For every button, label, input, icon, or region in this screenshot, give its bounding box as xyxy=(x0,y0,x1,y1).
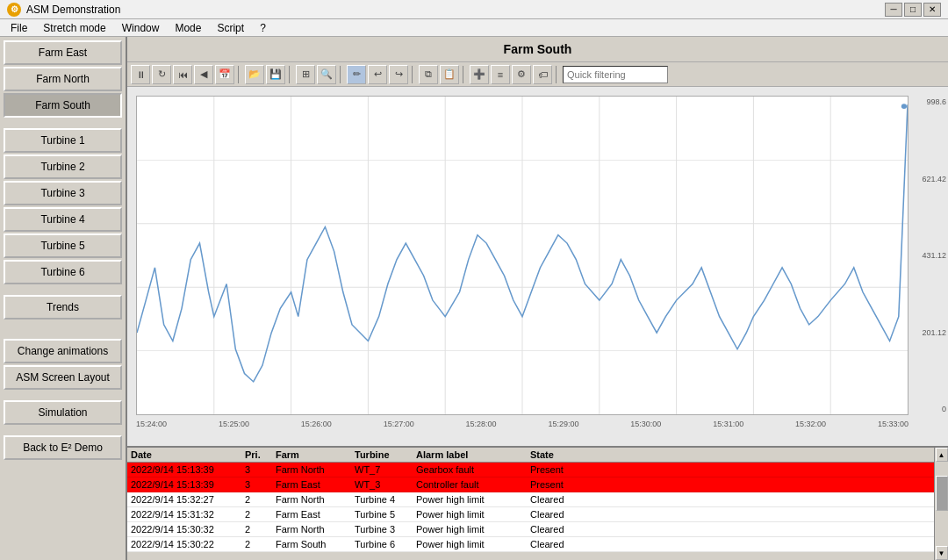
y-label-2: 201.12 xyxy=(911,328,946,337)
x-label-9: 15:33:00 xyxy=(878,420,908,428)
cell-state: Present xyxy=(530,479,618,490)
menu-script[interactable]: Script xyxy=(210,20,251,36)
cell-alarm: Power high limit xyxy=(416,494,530,505)
sidebar-change-animations[interactable]: Change animations xyxy=(4,339,122,363)
sidebar-farm-north[interactable]: Farm North xyxy=(4,67,122,91)
close-button[interactable]: ✕ xyxy=(923,3,941,17)
menu-mode[interactable]: Mode xyxy=(168,20,208,36)
x-label-1: 15:25:00 xyxy=(219,420,249,428)
y-label-5: 998.6 xyxy=(911,97,946,106)
sidebar-back-to-e2[interactable]: Back to E² Demo xyxy=(4,435,122,460)
minimize-button[interactable]: ─ xyxy=(885,3,902,17)
toolbar-open[interactable]: 📂 xyxy=(245,65,264,84)
cell-state: Cleared xyxy=(530,509,618,520)
table-row[interactable]: 2022/9/14 15:32:27 2 Farm North Turbine … xyxy=(127,492,948,507)
sidebar-turbine-2[interactable]: Turbine 2 xyxy=(4,154,122,179)
toolbar-back[interactable]: ◀ xyxy=(194,65,213,84)
toolbar-add-signal[interactable]: ➕ xyxy=(470,65,489,84)
x-label-6: 15:30:00 xyxy=(630,420,661,428)
x-label-2: 15:26:00 xyxy=(301,420,332,428)
sidebar-sep-4 xyxy=(4,330,122,337)
cell-date: 2022/9/14 15:32:27 xyxy=(131,494,245,505)
sidebar-turbine-3[interactable]: Turbine 3 xyxy=(4,181,122,205)
content-title: Farm South xyxy=(127,37,948,62)
title-bar: ⚙ ASM Demonstration ─ □ ✕ xyxy=(0,0,948,19)
menu-file[interactable]: File xyxy=(4,20,34,36)
toolbar-copy[interactable]: ⧉ xyxy=(419,65,438,84)
toolbar-calendar[interactable]: 📅 xyxy=(215,65,234,84)
toolbar-zoom[interactable]: 🔍 xyxy=(317,65,336,84)
col-alarm: Alarm label xyxy=(416,449,530,460)
cell-pri: 2 xyxy=(245,539,276,549)
cell-pri: 2 xyxy=(245,524,276,535)
toolbar-signal-config[interactable]: ⚙ xyxy=(512,65,531,84)
sidebar-asm-screen-layout[interactable]: ASM Screen Layout xyxy=(4,365,122,390)
toolbar-paste[interactable]: 📋 xyxy=(440,65,459,84)
table-row[interactable]: 2022/9/14 15:30:22 2 Farm South Turbine … xyxy=(127,537,948,552)
cell-date: 2022/9/14 15:31:32 xyxy=(131,509,245,520)
cell-alarm: Gearbox fault xyxy=(416,464,530,475)
cell-turbine: Turbine 3 xyxy=(355,524,416,535)
scrollbar[interactable]: ▲ ▼ xyxy=(934,448,948,560)
menu-help[interactable]: ? xyxy=(253,20,273,36)
cell-pri: 3 xyxy=(245,479,276,490)
toolbar-cursor[interactable]: ✏ xyxy=(347,65,366,84)
toolbar-filter-tag[interactable]: 🏷 xyxy=(533,65,552,84)
menu-window[interactable]: Window xyxy=(115,20,167,36)
cell-farm: Farm North xyxy=(276,464,355,475)
content-area: Farm South ⏸ ↻ ⏮ ◀ 📅 📂 💾 ⊞ 🔍 ✏ ↩ ↪ ⧉ 📋 ➕… xyxy=(127,37,948,560)
col-state: State xyxy=(530,449,618,460)
toolbar-refresh[interactable]: ↻ xyxy=(152,65,171,84)
sidebar-trends[interactable]: Trends xyxy=(4,295,122,319)
cell-farm: Farm North xyxy=(276,524,355,535)
sidebar-turbine-1[interactable]: Turbine 1 xyxy=(4,128,122,153)
sidebar-turbine-5[interactable]: Turbine 5 xyxy=(4,233,122,258)
toolbar-redo[interactable]: ↪ xyxy=(389,65,408,84)
scroll-thumb[interactable] xyxy=(936,476,948,511)
sidebar-farm-east[interactable]: Farm East xyxy=(4,40,122,65)
table-row[interactable]: 2022/9/14 15:13:39 3 Farm North WT_7 Gea… xyxy=(127,463,948,477)
y-label-3: 431.12 xyxy=(911,251,946,260)
cell-farm: Farm South xyxy=(276,539,355,549)
toolbar-signal-list[interactable]: ≡ xyxy=(491,65,510,84)
x-label-4: 15:28:00 xyxy=(466,420,497,428)
cell-state: Cleared xyxy=(530,494,618,505)
cell-state: Cleared xyxy=(530,524,618,535)
table-row[interactable]: 2022/9/14 15:31:32 2 Farm East Turbine 5… xyxy=(127,507,948,522)
cell-alarm: Power high limit xyxy=(416,539,530,549)
x-axis: 15:24:00 15:25:00 15:26:00 15:27:00 15:2… xyxy=(136,416,908,446)
cell-turbine: Turbine 4 xyxy=(355,494,416,505)
sidebar-turbine-6[interactable]: Turbine 6 xyxy=(4,260,122,284)
sidebar-simulation[interactable]: Simulation xyxy=(4,400,122,425)
toolbar-sep-2 xyxy=(289,66,292,83)
window-title: ASM Demonstration xyxy=(26,4,120,16)
sidebar-farm-south[interactable]: Farm South xyxy=(4,93,122,118)
toolbar-sep-1 xyxy=(238,66,241,83)
scroll-up-arrow[interactable]: ▲ xyxy=(936,448,948,462)
window-controls: ─ □ ✕ xyxy=(885,3,941,17)
toolbar-sep-4 xyxy=(412,66,415,83)
table-row[interactable]: 2022/9/14 15:30:32 2 Farm North Turbine … xyxy=(127,522,948,537)
x-label-5: 15:29:00 xyxy=(548,420,578,428)
menu-stretch-mode[interactable]: Stretch mode xyxy=(36,20,112,36)
toolbar-prev[interactable]: ⏮ xyxy=(173,65,192,84)
toolbar-undo[interactable]: ↩ xyxy=(368,65,387,84)
sidebar-turbine-4[interactable]: Turbine 4 xyxy=(4,207,122,232)
col-pri: Pri. xyxy=(245,449,276,460)
x-label-8: 15:32:00 xyxy=(795,420,826,428)
quick-filter-input[interactable] xyxy=(563,66,668,83)
title-bar-left: ⚙ ASM Demonstration xyxy=(7,3,120,17)
cell-date: 2022/9/14 15:30:22 xyxy=(131,539,245,549)
maximize-button[interactable]: □ xyxy=(904,3,922,17)
toolbar-table[interactable]: ⊞ xyxy=(296,65,315,84)
table-body[interactable]: 2022/9/14 15:13:39 3 Farm North WT_7 Gea… xyxy=(127,463,948,556)
y-label-4: 621.42 xyxy=(911,175,946,183)
col-turbine: Turbine xyxy=(355,449,416,460)
toolbar-pause[interactable]: ⏸ xyxy=(131,65,150,84)
cell-date: 2022/9/14 15:30:32 xyxy=(131,524,245,535)
toolbar-save[interactable]: 💾 xyxy=(266,65,285,84)
table-row[interactable]: 2022/9/14 15:13:39 3 Farm East WT_3 Cont… xyxy=(127,477,948,492)
scroll-down-arrow[interactable]: ▼ xyxy=(936,546,948,560)
cell-turbine: Turbine 5 xyxy=(355,509,416,520)
cell-date: 2022/9/14 15:13:39 xyxy=(131,479,245,490)
